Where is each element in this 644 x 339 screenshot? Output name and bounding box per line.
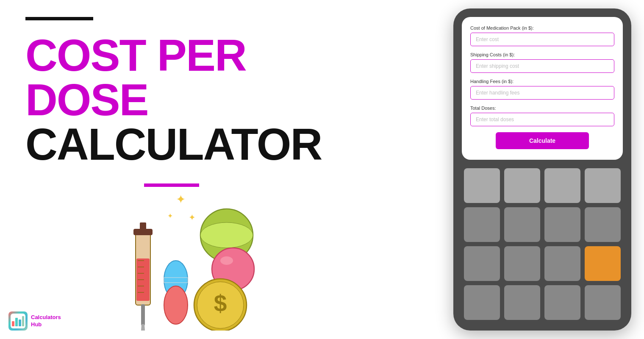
calculator-keypad	[462, 166, 623, 322]
input-total-doses[interactable]	[470, 113, 614, 126]
svg-rect-27	[15, 318, 18, 326]
svg-point-21	[220, 256, 233, 265]
svg-point-19	[200, 222, 253, 248]
input-handling-fees[interactable]	[470, 86, 614, 100]
logo-name1: Calculators	[31, 314, 61, 320]
svg-rect-29	[22, 316, 24, 326]
svg-text:$: $	[214, 290, 227, 317]
calculator-screen: Cost of Medication Pack (in $): Shipping…	[462, 17, 623, 160]
svg-marker-11	[141, 324, 145, 331]
key-6[interactable]	[504, 207, 540, 242]
illustration-area: ✦ ✦ ✦ $	[85, 186, 275, 331]
label-medication-cost: Cost of Medication Pack (in $):	[470, 25, 614, 31]
label-shipping-cost: Shipping Costs (in $):	[470, 52, 614, 57]
title-line1: COST PER DOSE	[25, 33, 377, 122]
field-total-doses: Total Doses:	[470, 106, 614, 126]
title-line2: CALCULATOR	[25, 122, 377, 167]
calculator-device-wrapper: Cost of Medication Pack (in $): Shipping…	[453, 8, 631, 331]
key-12[interactable]	[464, 285, 500, 320]
field-medication-cost: Cost of Medication Pack (in $):	[470, 25, 614, 46]
key-8[interactable]	[585, 207, 621, 242]
key-equals[interactable]	[585, 246, 621, 281]
key-5[interactable]	[464, 207, 500, 242]
label-total-doses: Total Doses:	[470, 106, 614, 111]
top-decorative-line	[25, 17, 93, 20]
label-handling-fees: Handling Fees (in $):	[470, 79, 614, 84]
key-9[interactable]	[464, 246, 500, 281]
svg-rect-2	[140, 222, 146, 233]
svg-text:✦: ✦	[167, 212, 173, 220]
key-13[interactable]	[504, 285, 540, 320]
svg-rect-10	[141, 304, 145, 325]
input-medication-cost[interactable]	[470, 33, 614, 46]
calculator-device: Cost of Medication Pack (in $): Shipping…	[453, 8, 631, 331]
key-7[interactable]	[544, 207, 580, 242]
key-1[interactable]	[464, 168, 500, 203]
logo-icon	[8, 311, 28, 331]
key-3[interactable]	[544, 168, 580, 203]
calculate-button[interactable]: Calculate	[496, 132, 589, 149]
input-shipping-cost[interactable]	[470, 59, 614, 73]
field-handling-fees: Handling Fees (in $):	[470, 79, 614, 100]
field-shipping-cost: Shipping Costs (in $):	[470, 52, 614, 73]
svg-rect-28	[19, 320, 21, 326]
logo-text: Calculators Hub	[31, 314, 61, 328]
svg-point-13	[164, 286, 188, 324]
svg-text:✦: ✦	[189, 213, 196, 222]
svg-text:✦: ✦	[176, 193, 186, 206]
svg-rect-26	[12, 321, 14, 326]
key-10[interactable]	[504, 246, 540, 281]
key-15[interactable]	[585, 285, 621, 320]
medication-illustration: ✦ ✦ ✦ $	[85, 186, 275, 331]
logo-area: Calculators Hub	[8, 311, 61, 331]
key-11[interactable]	[544, 246, 580, 281]
title-container: COST PER DOSE CALCULATOR	[25, 33, 377, 167]
key-2[interactable]	[504, 168, 540, 203]
key-14[interactable]	[544, 285, 580, 320]
key-4[interactable]	[585, 168, 621, 203]
logo-name2: Hub	[31, 321, 42, 328]
